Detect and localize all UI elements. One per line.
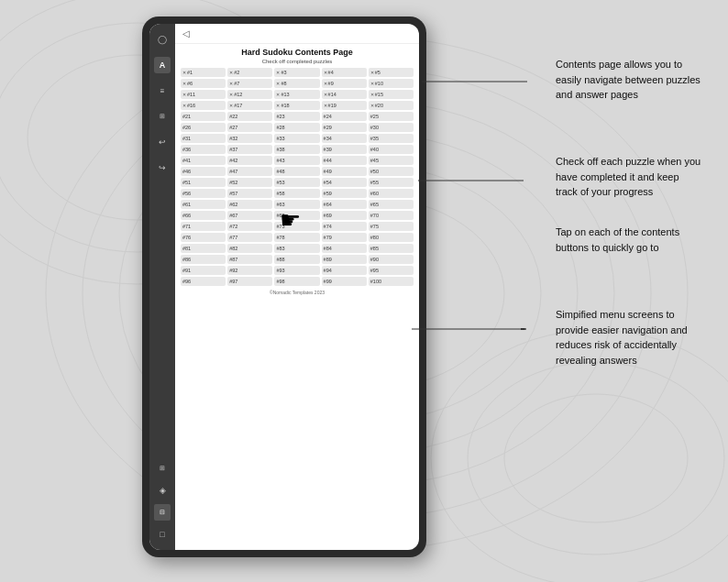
puzzle-cell[interactable]: #41	[181, 156, 226, 165]
puzzle-cell[interactable]: #98	[274, 277, 319, 286]
puzzle-cell[interactable]: #85	[369, 244, 414, 253]
puzzle-cell[interactable]: ✕#6	[181, 79, 226, 88]
sidebar-icon-table[interactable]: ⊞	[154, 460, 171, 477]
puzzle-cell[interactable]: #48	[274, 167, 319, 176]
puzzle-cell[interactable]: #56	[181, 189, 226, 198]
sidebar-icon-settings[interactable]: ⊟	[154, 504, 171, 521]
puzzle-cell[interactable]: #71	[181, 222, 226, 231]
puzzle-cell[interactable]: #82	[227, 244, 272, 253]
puzzle-cell[interactable]: #89	[322, 255, 367, 264]
puzzle-cell[interactable]: #37	[227, 145, 272, 154]
puzzle-cell[interactable]: #44	[322, 156, 367, 165]
puzzle-cell[interactable]: #92	[227, 266, 272, 275]
puzzle-cell[interactable]: #43	[274, 156, 319, 165]
puzzle-cell[interactable]: ✕#3	[274, 68, 319, 77]
puzzle-cell[interactable]: #24	[322, 112, 367, 121]
puzzle-cell[interactable]: #22	[227, 112, 272, 121]
puzzle-cell[interactable]: ✕#18	[274, 101, 319, 110]
puzzle-cell[interactable]: ✕#7	[227, 79, 272, 88]
puzzle-cell[interactable]: #79	[322, 233, 367, 242]
puzzle-cell[interactable]: #68	[274, 211, 319, 220]
puzzle-cell[interactable]: #49	[322, 167, 367, 176]
puzzle-cell[interactable]: #51	[181, 178, 226, 187]
puzzle-cell[interactable]: #95	[369, 266, 414, 275]
puzzle-cell[interactable]: ✕#10	[369, 79, 414, 88]
puzzle-cell[interactable]: #87	[227, 255, 272, 264]
puzzle-cell[interactable]: ✕#12	[227, 90, 272, 99]
puzzle-cell[interactable]: ✕#5	[369, 68, 414, 77]
puzzle-cell[interactable]: #55	[369, 178, 414, 187]
sidebar-icon-undo[interactable]: ↩	[154, 134, 171, 150]
puzzle-cell[interactable]: #81	[181, 244, 226, 253]
puzzle-cell[interactable]: #57	[227, 189, 272, 198]
sidebar-icon-grid[interactable]: ⊞	[154, 108, 171, 125]
puzzle-cell[interactable]: #83	[274, 244, 319, 253]
puzzle-cell[interactable]: #99	[322, 277, 367, 286]
puzzle-cell[interactable]: #50	[369, 167, 414, 176]
puzzle-cell[interactable]: #75	[369, 222, 414, 231]
puzzle-cell[interactable]: ✕#19	[322, 101, 367, 110]
sidebar-icon-text[interactable]: A	[154, 57, 171, 73]
puzzle-cell[interactable]: #78	[274, 233, 319, 242]
puzzle-cell[interactable]: #76	[181, 233, 226, 242]
puzzle-cell[interactable]: #40	[369, 145, 414, 154]
puzzle-cell[interactable]: #31	[181, 134, 226, 143]
puzzle-cell[interactable]: #46	[181, 167, 226, 176]
puzzle-cell[interactable]: #73	[274, 222, 319, 231]
puzzle-cell[interactable]: #54	[322, 178, 367, 187]
puzzle-cell[interactable]: #70	[369, 211, 414, 220]
puzzle-cell[interactable]: #65	[369, 200, 414, 209]
puzzle-cell[interactable]: #29	[322, 123, 367, 132]
puzzle-cell[interactable]: #21	[181, 112, 226, 121]
puzzle-cell[interactable]: #52	[227, 178, 272, 187]
puzzle-cell[interactable]: ✕#15	[369, 90, 414, 99]
puzzle-cell[interactable]: #100	[369, 277, 414, 286]
puzzle-cell[interactable]: #59	[322, 189, 367, 198]
back-icon[interactable]: ◁	[182, 28, 190, 38]
puzzle-cell[interactable]: #53	[274, 178, 319, 187]
sidebar-icon-menu[interactable]: ≡	[154, 82, 171, 99]
puzzle-cell[interactable]: #62	[227, 200, 272, 209]
puzzle-cell[interactable]: ✕#4	[322, 68, 367, 77]
puzzle-cell[interactable]: #60	[369, 189, 414, 198]
puzzle-cell[interactable]: #94	[322, 266, 367, 275]
sidebar-icon-redo[interactable]: ↪	[154, 159, 171, 176]
puzzle-cell[interactable]: #58	[274, 189, 319, 198]
puzzle-cell[interactable]: #80	[369, 233, 414, 242]
puzzle-cell[interactable]: #84	[322, 244, 367, 253]
puzzle-cell[interactable]: #64	[322, 200, 367, 209]
puzzle-cell[interactable]: ✕#20	[369, 101, 414, 110]
puzzle-cell[interactable]: #39	[322, 145, 367, 154]
puzzle-cell[interactable]: #88	[274, 255, 319, 264]
puzzle-cell[interactable]: #35	[369, 134, 414, 143]
puzzle-cell[interactable]: #32	[227, 134, 272, 143]
puzzle-cell[interactable]: #34	[322, 134, 367, 143]
puzzle-cell[interactable]: #30	[369, 123, 414, 132]
puzzle-cell[interactable]: ✕#1	[181, 68, 226, 77]
puzzle-cell[interactable]: #27	[227, 123, 272, 132]
puzzle-cell[interactable]: #97	[227, 277, 272, 286]
puzzle-cell[interactable]: #86	[181, 255, 226, 264]
puzzle-cell[interactable]: #36	[181, 145, 226, 154]
sidebar-icon-square[interactable]: □	[154, 526, 171, 543]
puzzle-cell[interactable]: ✕#9	[322, 79, 367, 88]
puzzle-cell[interactable]: #28	[274, 123, 319, 132]
puzzle-cell[interactable]: #33	[274, 134, 319, 143]
puzzle-cell[interactable]: #61	[181, 200, 226, 209]
puzzle-cell[interactable]: ✕#16	[181, 101, 226, 110]
puzzle-cell[interactable]: #45	[369, 156, 414, 165]
puzzle-cell[interactable]: #93	[274, 266, 319, 275]
puzzle-cell[interactable]: #72	[227, 222, 272, 231]
puzzle-cell[interactable]: #63	[274, 200, 319, 209]
puzzle-cell[interactable]: ✕#13	[274, 90, 319, 99]
puzzle-cell[interactable]: ✕#14	[322, 90, 367, 99]
puzzle-cell[interactable]: #42	[227, 156, 272, 165]
sidebar-icon-clock[interactable]: ◯	[154, 31, 171, 48]
puzzle-cell[interactable]: #67	[227, 211, 272, 220]
puzzle-cell[interactable]: #69	[322, 211, 367, 220]
puzzle-cell[interactable]: ✕#8	[274, 79, 319, 88]
puzzle-cell[interactable]: ✕#11	[181, 90, 226, 99]
puzzle-cell[interactable]: #74	[322, 222, 367, 231]
puzzle-cell[interactable]: #66	[181, 211, 226, 220]
puzzle-cell[interactable]: #38	[274, 145, 319, 154]
